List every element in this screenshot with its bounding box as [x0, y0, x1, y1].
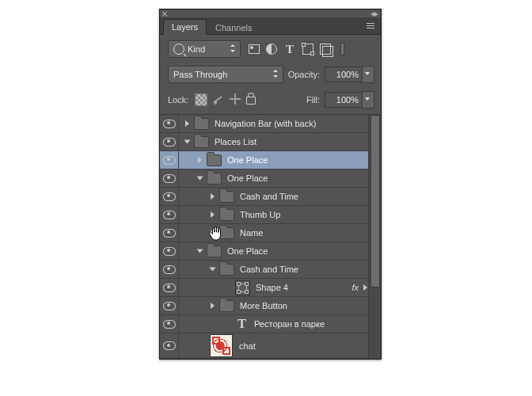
layer-name[interactable]: Cash and Time — [240, 192, 298, 201]
layer-name[interactable]: One Place — [227, 246, 268, 256]
layer-name[interactable]: Navigation Bar (with back) — [215, 119, 316, 128]
layer-row[interactable]: Places List — [160, 133, 381, 151]
scrollbar-thumb[interactable] — [370, 115, 380, 287]
layer-name[interactable]: Ресторан в парке — [254, 319, 325, 329]
layer-row[interactable]: One Place — [160, 151, 381, 169]
visibility-toggle[interactable] — [160, 333, 179, 358]
chevron-down-icon[interactable] — [362, 66, 374, 83]
fill-value: 100% — [325, 92, 362, 108]
disclosure-open-icon[interactable] — [184, 140, 191, 144]
visibility-toggle[interactable] — [160, 279, 179, 296]
visibility-toggle[interactable] — [160, 115, 179, 132]
filter-pixel-icon[interactable] — [249, 44, 260, 54]
filter-type-icons: T — [249, 43, 344, 55]
layer-name[interactable]: Cash and Time — [240, 265, 298, 274]
layer-content: Cash and Time — [179, 188, 369, 205]
visibility-toggle[interactable] — [160, 188, 179, 205]
layer-content: Name — [179, 224, 369, 242]
layer-name[interactable]: Places List — [215, 137, 256, 147]
visibility-toggle[interactable] — [160, 169, 179, 187]
layer-row[interactable]: Cash and Time — [160, 261, 381, 279]
layer-content: One Place — [179, 169, 369, 187]
disclosure-closed-icon[interactable] — [198, 157, 202, 163]
disclosure-closed-icon[interactable] — [211, 193, 215, 200]
layer-name[interactable]: Name — [240, 228, 263, 238]
fill-input[interactable]: 100% — [325, 91, 374, 109]
layers-panel: Layers Channels Kind T Pass Through — [159, 9, 382, 360]
opacity-label: Opacity: — [288, 70, 320, 79]
updown-icon — [273, 68, 279, 79]
fill-label: Fill: — [306, 95, 320, 105]
tab-layers[interactable]: Layers — [163, 19, 207, 35]
lock-image-icon[interactable] — [213, 93, 224, 105]
collapse-panel-icon[interactable] — [370, 11, 378, 16]
layer-name[interactable]: One Place — [227, 155, 268, 165]
panel-header-bar — [160, 10, 381, 17]
folder-icon — [207, 173, 222, 185]
opacity-value: 100% — [325, 67, 362, 82]
filter-kind-select[interactable]: Kind — [168, 40, 241, 58]
panel-tabs: Layers Channels — [160, 17, 381, 35]
layer-row[interactable]: Thumb Up — [160, 206, 381, 224]
layer-row[interactable]: Shape 4fx — [160, 279, 381, 297]
eye-icon — [163, 341, 176, 350]
updown-icon — [230, 43, 237, 54]
layer-name[interactable]: Shape 4 — [256, 283, 288, 292]
disclosure-closed-icon[interactable] — [185, 120, 189, 127]
layer-name[interactable]: Thumb Up — [240, 210, 280, 219]
eye-icon — [163, 120, 176, 128]
layer-content: Places List — [179, 133, 369, 150]
filter-shape-icon[interactable] — [302, 44, 314, 55]
visibility-toggle[interactable] — [160, 297, 179, 314]
disclosure-open-icon[interactable] — [210, 268, 216, 272]
eye-icon — [163, 320, 176, 329]
filter-toggle-icon[interactable] — [340, 43, 344, 55]
layer-row[interactable]: One Place — [160, 242, 381, 261]
disclosure-closed-icon[interactable] — [211, 211, 215, 218]
eye-icon — [163, 265, 176, 274]
eye-icon — [163, 174, 176, 183]
folder-icon — [219, 300, 234, 312]
opacity-input[interactable]: 100% — [325, 66, 374, 83]
filter-kind-label: Kind — [188, 44, 205, 54]
lock-all-icon[interactable] — [246, 97, 256, 105]
layer-content: TРесторан в парке — [179, 315, 369, 333]
visibility-toggle[interactable] — [160, 151, 179, 169]
blend-mode-select[interactable]: Pass Through — [168, 66, 283, 83]
disclosure-open-icon[interactable] — [197, 177, 203, 181]
eye-icon — [163, 247, 176, 256]
lock-position-icon[interactable] — [230, 93, 241, 105]
fx-disclosure-icon[interactable] — [363, 284, 367, 291]
layer-row[interactable]: Name — [160, 224, 381, 242]
visibility-toggle[interactable] — [160, 242, 179, 260]
disclosure-closed-icon[interactable] — [211, 303, 215, 309]
filter-smart-icon[interactable] — [320, 44, 331, 55]
layer-row[interactable]: chat — [160, 333, 381, 359]
layer-row[interactable]: One Place — [160, 169, 381, 188]
layer-row[interactable]: Navigation Bar (with back) — [160, 115, 381, 133]
filter-adjust-icon[interactable] — [266, 44, 277, 55]
layer-name[interactable]: More Button — [240, 301, 287, 310]
filter-text-icon[interactable]: T — [283, 43, 296, 55]
folder-icon — [207, 154, 222, 166]
fx-badge[interactable]: fx — [352, 283, 359, 292]
visibility-toggle[interactable] — [160, 315, 179, 333]
visibility-toggle[interactable] — [160, 206, 179, 223]
scrollbar-track[interactable] — [368, 115, 381, 359]
tab-channels[interactable]: Channels — [207, 21, 260, 35]
layer-row[interactable]: TРесторан в парке — [160, 315, 381, 333]
disclosure-open-icon[interactable] — [197, 249, 203, 253]
lock-transparent-icon[interactable] — [195, 93, 207, 106]
visibility-toggle[interactable] — [160, 224, 179, 242]
disclosure-closed-icon[interactable] — [211, 230, 215, 236]
layer-name[interactable]: One Place — [227, 173, 268, 183]
layer-row[interactable]: Cash and Time — [160, 188, 381, 206]
visibility-toggle[interactable] — [160, 261, 179, 278]
layer-row[interactable]: More Button — [160, 297, 381, 315]
panel-menu-icon[interactable] — [367, 22, 378, 30]
close-icon[interactable] — [162, 10, 168, 17]
visibility-toggle[interactable] — [160, 133, 179, 150]
chevron-down-icon[interactable] — [362, 91, 374, 109]
layer-name[interactable]: chat — [239, 341, 256, 351]
text-layer-icon: T — [235, 318, 249, 331]
